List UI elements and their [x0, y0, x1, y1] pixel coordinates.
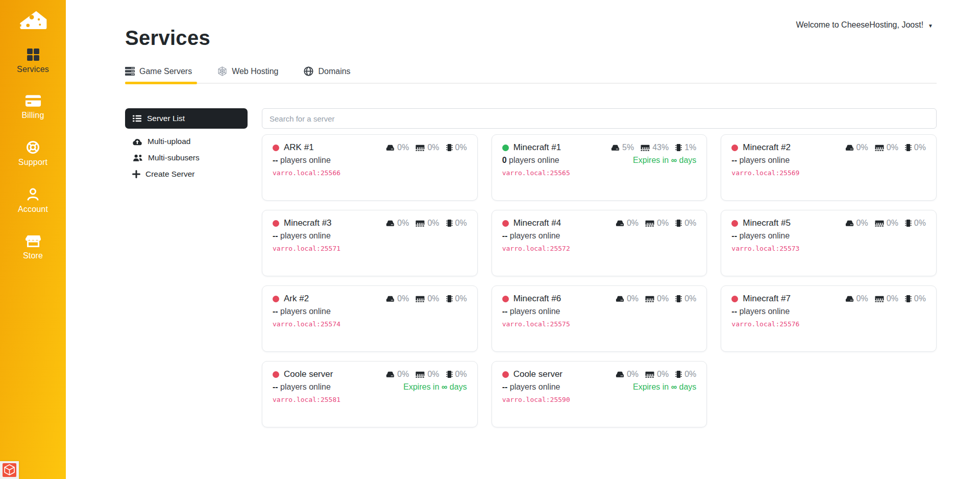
- hdd-icon: [386, 295, 395, 302]
- disk-usage-value: 5%: [622, 143, 634, 152]
- server-card[interactable]: Coole server 0%: [492, 361, 707, 427]
- tab-game-servers[interactable]: Game Servers: [125, 63, 194, 83]
- welcome-text: Welcome to CheeseHosting, Joost!: [796, 20, 923, 30]
- sidebar-item-label: Services: [17, 65, 49, 74]
- server-card[interactable]: Minecraft #1 5%: [492, 134, 707, 201]
- server-address: varro.local:25576: [731, 320, 926, 328]
- server-card-row2: -- players online: [731, 156, 926, 165]
- sidebar-item-label: Store: [23, 251, 43, 260]
- disk-usage-stat: 5%: [611, 143, 634, 152]
- server-card-header: Minecraft #2 0%: [731, 142, 926, 153]
- server-card-header: Minecraft #6 0%: [502, 294, 697, 304]
- users-icon: [132, 154, 143, 161]
- search-input[interactable]: [262, 108, 937, 129]
- players-online-label: players online: [280, 382, 331, 391]
- microchip-icon: [446, 143, 453, 152]
- players-online-label: players online: [510, 231, 560, 240]
- disk-usage-stat: 0%: [845, 143, 868, 152]
- server-card-row2: -- players online: [731, 307, 926, 316]
- ram-usage-stat: 0%: [645, 370, 669, 379]
- subnav-server-list[interactable]: Server List: [125, 108, 248, 129]
- ram-usage-stat: 0%: [875, 294, 898, 303]
- server-address: varro.local:25566: [273, 169, 467, 177]
- server-status-dot: [731, 220, 738, 227]
- hdd-icon: [616, 295, 624, 302]
- laravel-debugbar-icon[interactable]: [0, 461, 19, 479]
- server-card-row2: -- players online: [273, 231, 467, 241]
- server-address: varro.local:25590: [502, 396, 697, 403]
- server-card[interactable]: Minecraft #6 0%: [492, 285, 707, 352]
- hdd-icon: [611, 144, 620, 151]
- subnav-create-server[interactable]: Create Server: [125, 166, 248, 182]
- tab-domains[interactable]: Domains: [304, 63, 352, 83]
- expires-label: Expires in ∞ days: [633, 382, 696, 392]
- user-menu[interactable]: Welcome to CheeseHosting, Joost! ▼: [796, 20, 933, 30]
- subnav-label: Multi-subusers: [148, 153, 200, 162]
- subnav-multi-upload[interactable]: Multi-upload: [125, 133, 248, 150]
- server-card[interactable]: Minecraft #2 0%: [721, 134, 937, 201]
- players-online-label: players online: [739, 231, 790, 240]
- server-list-panel: ARK #1 0%: [262, 108, 937, 427]
- server-address: varro.local:25575: [502, 320, 697, 328]
- server-card[interactable]: Minecraft #3 0%: [262, 210, 478, 276]
- cpu-usage-value: 1%: [684, 143, 696, 152]
- cheesehosting-logo[interactable]: [16, 6, 50, 35]
- memory-icon: [875, 145, 884, 151]
- cpu-usage-stat: 1%: [675, 143, 696, 152]
- microchip-icon: [675, 143, 682, 152]
- ram-usage-stat: 0%: [875, 143, 898, 152]
- cpu-usage-stat: 0%: [446, 370, 467, 379]
- subnav-multi-subusers[interactable]: Multi-subusers: [125, 150, 248, 166]
- sidebar-item-billing[interactable]: Billing: [0, 94, 66, 120]
- ram-usage-value: 0%: [887, 143, 898, 152]
- cloud-upload-icon: [132, 138, 142, 146]
- sidebar-item-services[interactable]: Services: [0, 48, 66, 74]
- server-card[interactable]: Minecraft #7 0%: [721, 285, 937, 352]
- server-card[interactable]: Ark #2 0%: [262, 285, 478, 352]
- memory-icon: [875, 296, 884, 302]
- sidebar-item-support[interactable]: Support: [0, 140, 66, 167]
- server-card[interactable]: Coole server 0%: [262, 361, 478, 427]
- players-online: -- players online: [502, 382, 560, 392]
- ram-usage-value: 43%: [652, 143, 669, 152]
- players-online-label: players online: [280, 156, 331, 164]
- players-online: -- players online: [273, 156, 331, 165]
- microchip-icon: [905, 219, 912, 227]
- players-online: -- players online: [731, 307, 790, 316]
- cpu-usage-stat: 0%: [446, 219, 467, 228]
- microchip-icon: [675, 370, 682, 378]
- microchip-icon: [675, 295, 682, 303]
- cpu-usage-stat: 0%: [905, 219, 926, 228]
- disk-usage-value: 0%: [856, 219, 868, 228]
- memory-icon: [415, 145, 425, 151]
- server-stats: 0%: [386, 370, 467, 379]
- server-name: Minecraft #6: [513, 294, 561, 304]
- server-card[interactable]: Minecraft #5 0%: [721, 210, 937, 276]
- tab-web-hosting[interactable]: Web Hosting: [217, 63, 280, 83]
- memory-icon: [645, 220, 654, 227]
- server-card[interactable]: Minecraft #4 0%: [492, 210, 707, 276]
- hdd-icon: [386, 144, 395, 151]
- ram-usage-stat: 0%: [415, 294, 439, 303]
- disk-usage-value: 0%: [397, 294, 409, 303]
- server-card-row2: -- players online Expires in ∞ days: [273, 382, 467, 392]
- server-card-header: Minecraft #4 0%: [502, 218, 697, 228]
- players-online: 0 players online: [502, 156, 559, 165]
- microchip-icon: [446, 370, 453, 378]
- microchip-icon: [905, 295, 912, 303]
- disk-usage-stat: 0%: [386, 143, 409, 152]
- ram-usage-stat: 0%: [415, 143, 439, 152]
- ram-usage-value: 0%: [427, 294, 439, 303]
- cpu-usage-value: 0%: [914, 294, 926, 303]
- sidebar-item-store[interactable]: Store: [0, 234, 66, 260]
- disk-usage-stat: 0%: [386, 219, 409, 228]
- cheese-icon: [16, 6, 50, 33]
- players-online-label: players online: [739, 307, 790, 316]
- ram-usage-stat: 0%: [645, 294, 669, 303]
- server-card-header: Coole server 0%: [502, 369, 697, 379]
- sidebar-item-account[interactable]: Account: [0, 187, 66, 214]
- players-online: -- players online: [731, 231, 790, 241]
- ram-usage-value: 0%: [657, 219, 669, 228]
- server-card[interactable]: ARK #1 0%: [262, 134, 478, 201]
- sidebar: Services Billing Support Account: [0, 0, 66, 479]
